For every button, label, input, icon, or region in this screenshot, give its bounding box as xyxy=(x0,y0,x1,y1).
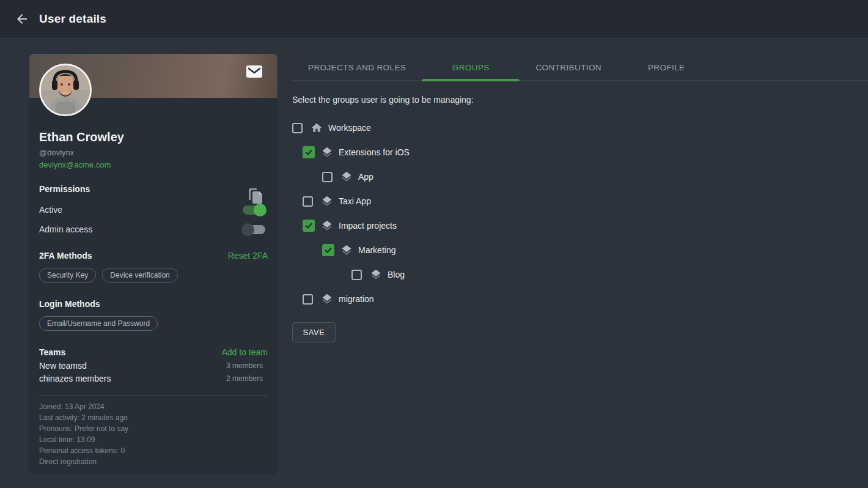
login-chips: Email/Username and Password xyxy=(39,316,268,331)
meta-line: Last activity: 2 minutes ago xyxy=(39,412,268,423)
meta-line: Personal access tokens: 0 xyxy=(39,445,268,456)
tree-row-migration[interactable]: migration xyxy=(303,287,868,311)
tree-label[interactable]: Impact projects xyxy=(339,221,397,231)
layers-icon xyxy=(340,171,353,183)
toggle-knob xyxy=(254,204,267,216)
user-name: Ethan Crowley xyxy=(39,130,268,144)
login-methods-title: Login Methods xyxy=(39,299,268,309)
page-title: User details xyxy=(39,12,106,26)
toggle-row-admin-access: Admin access xyxy=(39,220,268,239)
profile-card: Ethan Crowley @devlynx devlynx@acme.com … xyxy=(29,54,278,473)
teams-title: Teams xyxy=(39,347,65,357)
avatar xyxy=(39,64,92,116)
envelope-icon xyxy=(246,65,262,78)
home-icon xyxy=(311,122,323,134)
checkbox-workspace[interactable] xyxy=(292,123,303,133)
reset-2fa-link[interactable]: Reset 2FA xyxy=(228,251,268,261)
main-panel: PROJECTS AND ROLESGROUPSCONTRIBUTIONPROF… xyxy=(292,54,868,342)
toggle-row-active: Active xyxy=(39,200,268,220)
tree-label[interactable]: App xyxy=(358,172,373,182)
twofa-chips: Security KeyDevice verification xyxy=(39,268,268,283)
add-to-team-link[interactable]: Add to team xyxy=(222,347,268,357)
tree-label[interactable]: Workspace xyxy=(328,123,371,133)
layers-icon xyxy=(321,195,333,207)
team-row-new-teamsd: New teamsd3 members xyxy=(39,360,268,372)
copy-icon xyxy=(248,187,265,204)
meta-line: Local time: 13:09 xyxy=(39,434,268,445)
tree-row-impact-projects[interactable]: Impact projects xyxy=(303,213,868,238)
team-row-chinazes-members: chinazes members2 members xyxy=(39,372,268,385)
user-username: @devlynx xyxy=(39,148,268,157)
back-button[interactable] xyxy=(10,7,34,31)
tree-label[interactable]: Marketing xyxy=(358,245,395,255)
layers-icon xyxy=(321,146,333,158)
tree-row-marketing[interactable]: Marketing xyxy=(322,238,868,262)
checkbox-extensions-for-ios[interactable] xyxy=(303,146,315,158)
toggle-label: Active xyxy=(39,205,62,215)
permissions-toggles: ActiveAdmin access xyxy=(39,200,268,239)
toggle-label: Admin access xyxy=(39,224,92,234)
user-email[interactable]: devlynx@acme.com xyxy=(39,160,111,169)
user-meta: Joined: 13 Apr 2024Last activity: 2 minu… xyxy=(39,395,268,467)
checkbox-taxi-app[interactable] xyxy=(303,196,313,207)
tree-label[interactable]: Taxi App xyxy=(339,196,371,206)
tab-groups[interactable]: GROUPS xyxy=(422,54,520,81)
tree-label[interactable]: Blog xyxy=(388,270,405,279)
team-member-count: 3 members xyxy=(226,360,263,372)
arrow-left-icon xyxy=(15,12,29,26)
tree-row-extensions-for-ios[interactable]: Extensions for iOS xyxy=(303,140,868,165)
checkbox-blog[interactable] xyxy=(351,270,362,280)
twofa-title: 2FA Methods xyxy=(39,251,92,261)
permissions-title: Permissions xyxy=(39,184,268,194)
layers-icon xyxy=(340,244,353,256)
meta-line: Direct registration xyxy=(39,456,268,467)
tree-row-app[interactable]: App xyxy=(322,165,868,189)
toggle-knob xyxy=(241,223,254,236)
groups-tree: Workspace Extensions for iOS App Taxi Ap… xyxy=(292,116,868,311)
tab-profile[interactable]: PROFILE xyxy=(617,54,715,81)
tree-row-blog[interactable]: Blog xyxy=(351,262,868,287)
tree-label[interactable]: Extensions for iOS xyxy=(339,147,410,157)
groups-instruction: Select the groups user is going to be ma… xyxy=(292,95,868,105)
checkbox-migration[interactable] xyxy=(303,294,313,305)
chip-email-username-and-password: Email/Username and Password xyxy=(39,316,158,331)
layers-icon xyxy=(321,293,333,305)
meta-line: Pronouns: Prefer not to say xyxy=(39,423,268,434)
chip-security-key: Security Key xyxy=(39,268,96,283)
checkbox-marketing[interactable] xyxy=(322,244,334,256)
tab-bar: PROJECTS AND ROLESGROUPSCONTRIBUTIONPROF… xyxy=(292,54,868,81)
tab-contribution[interactable]: CONTRIBUTION xyxy=(520,54,617,81)
team-member-count: 2 members xyxy=(226,372,263,385)
tree-label[interactable]: migration xyxy=(339,294,374,304)
layers-icon xyxy=(321,220,333,232)
active-toggle[interactable] xyxy=(243,205,265,215)
checkbox-app[interactable] xyxy=(322,172,333,182)
layers-icon xyxy=(370,268,382,281)
copy-email-button[interactable] xyxy=(248,187,265,204)
chip-device-verification: Device verification xyxy=(102,268,177,283)
tree-row-taxi-app[interactable]: Taxi App xyxy=(303,189,868,213)
team-name: New teamsd xyxy=(39,360,87,372)
teams-list: New teamsd3 memberschinazes members2 mem… xyxy=(39,360,268,385)
checkbox-impact-projects[interactable] xyxy=(303,220,315,232)
top-bar: User details xyxy=(0,0,868,39)
admin-access-toggle[interactable] xyxy=(243,225,265,234)
meta-line: Joined: 13 Apr 2024 xyxy=(39,401,268,412)
tab-projects-and-roles[interactable]: PROJECTS AND ROLES xyxy=(292,54,422,81)
save-button[interactable]: SAVE xyxy=(292,322,336,342)
team-name: chinazes members xyxy=(39,372,111,385)
tree-row-workspace[interactable]: Workspace xyxy=(292,116,868,140)
send-email-button[interactable] xyxy=(246,64,263,79)
